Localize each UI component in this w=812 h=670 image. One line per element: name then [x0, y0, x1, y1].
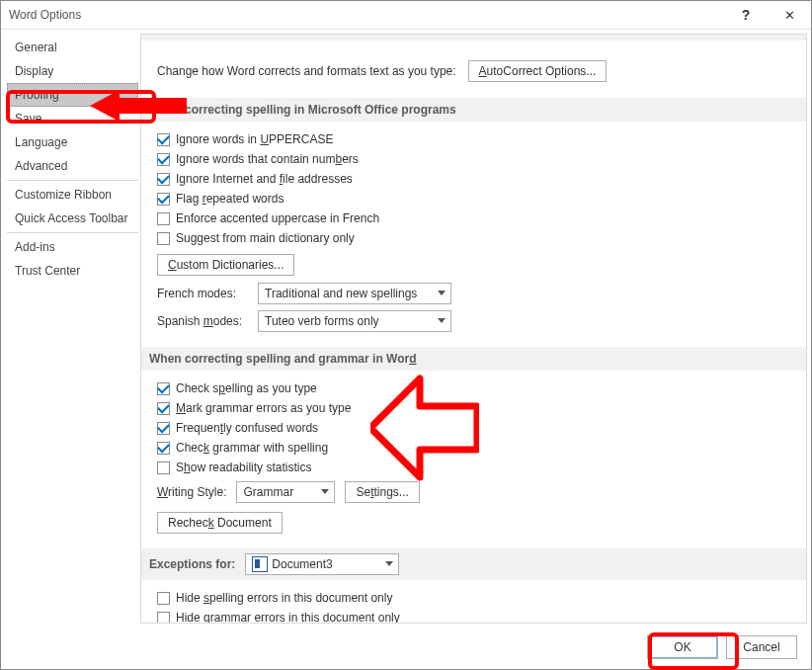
lbl-hide-grammar-errors: Hide grammar errors in this document onl… — [176, 611, 400, 624]
word-options-dialog: Word Options ? ✕ General Display Proofin… — [0, 0, 812, 670]
lbl-enforce-accented: Enforce accented uppercase in French — [176, 211, 379, 225]
sidebar-item-proofing[interactable]: Proofing — [7, 83, 138, 107]
sidebar-item-display[interactable]: Display — [7, 59, 138, 83]
chk-grammar-with-spelling[interactable] — [157, 442, 170, 455]
chk-check-spelling[interactable] — [157, 382, 170, 395]
word-document-icon — [252, 556, 268, 572]
spanish-modes-label: Spanish modes: — [157, 314, 252, 328]
sidebar-item-quick-access-toolbar[interactable]: Quick Access Toolbar — [7, 207, 138, 230]
lbl-check-spelling: Check spelling as you type — [176, 381, 317, 395]
settings-button[interactable]: Settings...Settings... — [345, 481, 419, 503]
lbl-ignore-numbers: Ignore words that contain numbers — [176, 152, 359, 166]
exceptions-document-select[interactable]: Document3 — [245, 553, 399, 575]
chk-hide-grammar-errors[interactable] — [157, 612, 170, 625]
chk-enforce-accented[interactable] — [157, 212, 170, 225]
sidebar-separator — [7, 232, 138, 233]
chk-suggest-main-dict[interactable] — [157, 232, 170, 245]
autocorrect-options-button[interactable]: AAutoCorrect Options...utoCorrect Option… — [468, 60, 608, 82]
chk-ignore-numbers[interactable] — [157, 153, 170, 166]
chk-mark-grammar[interactable] — [157, 402, 170, 415]
chk-hide-spelling-errors[interactable] — [157, 592, 170, 605]
chk-readability[interactable] — [157, 461, 170, 474]
content-area: Change how Word corrects and formats tex… — [141, 34, 807, 624]
sidebar-item-trust-center[interactable]: Trust Center — [7, 259, 138, 283]
writing-style-label: Writing Style:Writing Style: — [157, 485, 226, 499]
french-modes-label: French modes: — [157, 287, 252, 300]
section-office-programs: When correcting spelling in Microsoft Of… — [141, 98, 806, 122]
chk-confused-words[interactable] — [157, 422, 170, 435]
scroll-area[interactable]: Change how Word corrects and formats tex… — [141, 34, 807, 624]
dialog-footer: OK Cancel — [1, 628, 811, 669]
sidebar-item-add-ins[interactable]: Add-ins — [7, 235, 138, 259]
lbl-confused-words: Frequently confused words — [176, 421, 318, 435]
french-modes-select[interactable]: Traditional and new spellings — [258, 283, 451, 304]
cancel-button[interactable]: Cancel — [726, 635, 797, 659]
help-icon: ? — [742, 7, 751, 23]
options-sidebar: General Display Proofing Save Language A… — [5, 34, 141, 624]
sidebar-item-save[interactable]: Save — [7, 107, 138, 130]
close-button[interactable]: ✕ — [768, 1, 811, 29]
spanish-modes-select[interactable]: Tuteo verb forms only — [258, 310, 451, 332]
sidebar-item-language[interactable]: Language — [7, 130, 138, 154]
custom-dictionaries-button[interactable]: Custom Dictionaries...Custom Dictionarie… — [157, 254, 294, 276]
lbl-suggest-main-dict: Suggest from main dictionary only — [176, 231, 355, 245]
section-exceptions: Exceptions for: Document3 — [141, 548, 806, 580]
close-icon: ✕ — [784, 8, 795, 23]
lbl-flag-repeated: Flag repeated words — [176, 192, 284, 206]
titlebar: Word Options ? ✕ — [1, 1, 811, 30]
lbl-readability: Show readability statistics — [176, 461, 311, 474]
sidebar-item-general[interactable]: General — [7, 36, 138, 59]
ok-button[interactable]: OK — [647, 635, 718, 659]
chk-ignore-uppercase[interactable] — [157, 133, 170, 146]
autocorrect-intro: Change how Word corrects and formats tex… — [141, 41, 806, 98]
dialog-title: Word Options — [9, 8, 724, 22]
sidebar-item-customize-ribbon[interactable]: Customize Ribbon — [7, 183, 138, 207]
sidebar-item-advanced[interactable]: Advanced — [7, 154, 138, 178]
writing-style-select[interactable]: Grammar — [236, 481, 335, 503]
chk-flag-repeated[interactable] — [157, 193, 170, 206]
section-word-grammar: When correcting spelling and grammar in … — [141, 347, 806, 371]
lbl-grammar-with-spelling: Check grammar with spelling — [176, 441, 328, 455]
help-button[interactable]: ? — [724, 1, 768, 29]
sidebar-separator — [7, 180, 138, 181]
intro-text: Change how Word corrects and formats tex… — [157, 64, 456, 78]
exceptions-label: Exceptions for: — [149, 557, 235, 571]
chk-ignore-internet[interactable] — [157, 173, 170, 186]
lbl-mark-grammar: Mark grammar errors as you type — [176, 401, 351, 415]
lbl-ignore-uppercase: Ignore words in UPPERCASE — [176, 132, 333, 146]
lbl-hide-spelling-errors: Hide spelling errors in this document on… — [176, 591, 392, 605]
lbl-ignore-internet: Ignore Internet and file addresses — [176, 172, 353, 186]
recheck-document-button[interactable]: Recheck DocumentRecheck Document — [157, 512, 283, 534]
